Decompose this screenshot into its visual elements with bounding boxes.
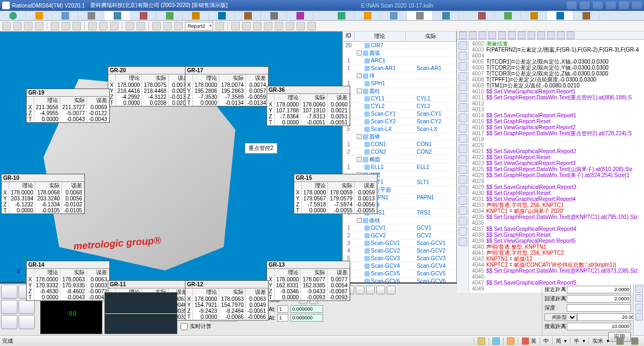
tab-right-1[interactable] — [329, 11, 355, 20]
gutter-icon[interactable] — [459, 114, 467, 122]
code-line[interactable]: 4007T(TCOR3)=公差定义/双向定位,Z轴,-0.0300,0.0300 — [470, 71, 643, 77]
tree-item[interactable]: 2CYL2CYL2 — [343, 103, 456, 110]
win-button[interactable] — [593, 2, 603, 9]
tool-a[interactable] — [231, 22, 240, 30]
code-tool-undo[interactable] — [498, 32, 506, 39]
tool-rotate[interactable] — [35, 22, 44, 30]
report-combo[interactable]: Report2 — [185, 22, 213, 30]
vtool[interactable] — [635, 294, 643, 302]
realtime-checkbox[interactable] — [181, 323, 188, 330]
tree-item[interactable]: 1CYL1CYL1 — [343, 95, 456, 103]
code-tool-redo[interactable] — [508, 32, 516, 39]
tab-5[interactable] — [104, 11, 131, 20]
tool-c[interactable] — [253, 22, 262, 30]
ime-kb[interactable]: 简 ▾ — [552, 337, 571, 345]
param-icon[interactable] — [366, 286, 375, 294]
ime-settings-icon[interactable] — [612, 337, 627, 345]
tree-item[interactable]: 8Scan-GCV6Scan-GCV6 — [343, 278, 456, 282]
code-tab-3[interactable] — [521, 11, 547, 20]
code-tool-goto[interactable] — [528, 32, 535, 39]
approach-input[interactable] — [567, 286, 631, 293]
code-line[interactable]: 4003F(PATERN2)=元素定义/图案,F(GR-1),F(GR-2),F… — [470, 47, 643, 53]
tool-wire[interactable] — [88, 22, 97, 30]
code-line[interactable]: 4031$$ Set.ViewGraphicalReport.Report4 — [470, 196, 643, 202]
gutter-icon[interactable] — [459, 41, 467, 50]
tool-d[interactable] — [264, 22, 273, 30]
gutter-icon[interactable] — [459, 83, 467, 91]
code-line[interactable]: 4002测量结束 — [470, 41, 643, 47]
code-line[interactable]: 4015$$ Set.GraphReport.Reset — [470, 118, 643, 124]
tree-tab-2[interactable] — [381, 11, 407, 20]
tree-item[interactable]: 3Scan-CY1Scan-CY1 — [343, 110, 456, 118]
win-button[interactable] — [580, 2, 590, 9]
code-tool-new[interactable] — [459, 32, 467, 39]
callout-GR-15[interactable]: GR-15理论实际误差X178.0000178.00590.0059Y179.0… — [294, 174, 377, 214]
tab-10[interactable] — [235, 11, 261, 20]
tree-tab-3[interactable] — [407, 11, 433, 20]
gutter-icon[interactable] — [459, 72, 467, 81]
ime-cn[interactable]: 中 — [540, 337, 552, 345]
tree-group[interactable]: -圆柱 — [343, 87, 456, 95]
code-line[interactable]: 4046 — [470, 274, 643, 280]
tree-item[interactable]: 5Scan-GCV3Scan-GCV3 — [343, 255, 456, 262]
gutter-icon[interactable] — [459, 217, 467, 225]
gutter-icon[interactable] — [459, 196, 467, 205]
tool-trans[interactable] — [110, 22, 119, 30]
code-line[interactable]: 4010$$ Set.ViewGraphicalReport.Report1 — [470, 89, 643, 95]
tool-h[interactable] — [307, 22, 316, 30]
deviation-graph[interactable] — [104, 292, 177, 334]
code-line[interactable]: 4035$$ Set.GraphReport.DataWin.Text(@KNP… — [470, 214, 643, 220]
tree-item[interactable]: 20CIR7 — [343, 42, 456, 49]
ime-lang[interactable]: 英 — [518, 337, 540, 345]
tool-shade[interactable] — [99, 22, 108, 30]
tree-item[interactable]: 1ELL1ELL1 — [343, 163, 456, 171]
callout-GR-13[interactable]: GR-13理论实际误差X178.0000178.00770.0077Y162.8… — [267, 261, 350, 301]
tree-rows[interactable]: 20CIR7-圆弧1ARC11Scan-AR1Scan-AR1-球1SPH1-圆… — [343, 42, 456, 282]
code-tab-1[interactable] — [469, 11, 495, 20]
gutter-icon[interactable] — [459, 134, 467, 143]
tool-filter[interactable] — [137, 22, 145, 30]
gutter-icon[interactable] — [459, 165, 467, 174]
tool-refresh[interactable] — [152, 22, 161, 30]
gutter-icon[interactable] — [459, 62, 467, 71]
code-line[interactable]: 4026$$ Set.GraphReport.DataWin.Text(果子).… — [470, 172, 643, 178]
tab-2[interactable] — [26, 11, 52, 20]
tool-pan[interactable] — [24, 22, 33, 30]
code-line[interactable]: 4005T(TCOR1)=公差定义/双向定位,X轴,-0.0300,0.0300 — [470, 59, 643, 65]
code-line[interactable]: 4008T(TPFF1)=公差定义/点轮廓度,-0.0300,0.0300 — [470, 77, 643, 83]
gutter-icon[interactable] — [459, 175, 467, 184]
gutter-icon[interactable] — [459, 103, 467, 112]
maximize-button[interactable] — [619, 2, 629, 9]
code-tool-stop[interactable] — [547, 32, 555, 39]
mode-button[interactable] — [1, 315, 17, 329]
code-tool-bp[interactable] — [567, 32, 574, 39]
vtool[interactable] — [635, 313, 643, 320]
code-tool-print[interactable] — [488, 32, 496, 39]
tree-item[interactable]: 7Scan-GCV5Scan-GCV5 — [343, 270, 456, 278]
mode-button[interactable] — [1, 285, 17, 299]
at2-input[interactable] — [277, 314, 288, 322]
tab-3[interactable] — [52, 11, 78, 20]
mode-button[interactable] — [18, 315, 35, 329]
tree-item[interactable]: 1CON1CON1 — [343, 141, 456, 148]
tool-pdf[interactable] — [174, 22, 183, 30]
code-line[interactable]: 4028 — [470, 178, 643, 184]
param-icon[interactable] — [387, 286, 395, 294]
spacing-combo[interactable]: 间距型 — [544, 313, 577, 321]
tree-item[interactable]: 5Scan-LXScan-LX — [343, 125, 456, 133]
tool-cursor[interactable] — [2, 22, 11, 30]
code-tool-save[interactable] — [479, 32, 486, 39]
tree-item[interactable]: 1Scan-AR1Scan-AR1 — [343, 65, 456, 72]
tab-6[interactable] — [131, 11, 157, 20]
tab-4[interactable] — [78, 11, 104, 20]
code-line[interactable]: 4029$$ Set.SaveGraphicalReport.Report3 — [470, 184, 643, 190]
code-line[interactable]: 4040声明/普通,整型, KNPTN1 — [470, 244, 643, 250]
tab-7[interactable] — [157, 11, 183, 20]
code-line[interactable]: 4012 — [470, 100, 643, 106]
tab-12[interactable] — [287, 11, 313, 20]
minimize-button[interactable] — [606, 2, 616, 9]
code-line[interactable]: 4039$$ Set.ViewGraphicalReport.Report5 — [470, 238, 643, 244]
gutter-icon[interactable] — [459, 124, 467, 133]
callout-GR-10[interactable]: GR-10理论实际误差X178.0000178.00680.0068Y203.3… — [1, 174, 85, 214]
gutter-icon[interactable] — [459, 93, 467, 102]
